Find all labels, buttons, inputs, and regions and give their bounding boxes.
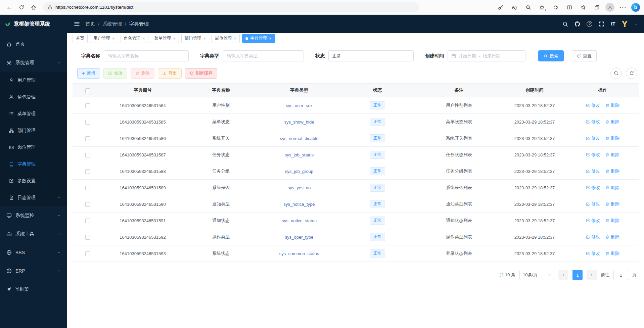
breadcrumb-home[interactable]: 首页 xyxy=(85,21,99,27)
row-edit-link[interactable]: 修改 xyxy=(586,135,600,141)
row-checkbox[interactable] xyxy=(85,169,90,174)
refresh-table-button[interactable] xyxy=(626,67,637,79)
sidebar-group-item[interactable]: 系统工具 xyxy=(0,225,67,243)
bing-chat-icon[interactable]: b xyxy=(631,3,640,12)
row-edit-link[interactable]: 修改 xyxy=(586,168,600,174)
collapse-menu-icon[interactable] xyxy=(74,21,80,27)
select-all-checkbox[interactable] xyxy=(85,88,90,93)
github-icon[interactable] xyxy=(574,21,580,27)
row-checkbox[interactable] xyxy=(85,136,90,141)
status-select[interactable]: 正常 xyxy=(328,50,414,61)
tab[interactable]: 用户管理 xyxy=(90,34,118,43)
row-delete-link[interactable]: 删除 xyxy=(605,102,619,108)
home-icon[interactable] xyxy=(28,2,39,13)
row-delete-link[interactable]: 删除 xyxy=(605,234,619,240)
dict-type-link[interactable]: sys_notice_status xyxy=(282,218,316,223)
dict-type-link[interactable]: sys_common_status xyxy=(279,251,319,256)
split-screen-icon[interactable] xyxy=(564,2,575,13)
sidebar-sub-item[interactable]: 岗位管理 xyxy=(0,139,67,156)
row-delete-link[interactable]: 删除 xyxy=(605,218,619,224)
zoom-icon[interactable] xyxy=(523,2,534,13)
row-checkbox[interactable] xyxy=(85,186,90,190)
address-bar[interactable]: https://ccnetcore.com:1101/system/dict xyxy=(43,2,419,12)
collections-icon[interactable] xyxy=(592,2,602,13)
delete-button[interactable]: 删除 xyxy=(131,68,154,79)
row-checkbox[interactable] xyxy=(85,103,90,108)
row-delete-link[interactable]: 删除 xyxy=(605,201,619,207)
sidebar-sub-item[interactable]: 角色管理 xyxy=(0,89,67,105)
export-button[interactable]: 导出 xyxy=(158,68,182,79)
row-delete-link[interactable]: 删除 xyxy=(605,185,619,191)
fullscreen-icon[interactable] xyxy=(599,21,604,27)
row-edit-link[interactable]: 修改 xyxy=(586,218,600,224)
add-favorite-icon[interactable]: + xyxy=(537,2,547,13)
help-icon[interactable] xyxy=(587,21,592,27)
browser-menu-icon[interactable] xyxy=(617,2,628,13)
password-key-icon[interactable] xyxy=(495,2,506,13)
edit-button[interactable]: 修改 xyxy=(103,68,127,79)
dict-type-link[interactable]: sys_job_status xyxy=(285,152,314,157)
sidebar-item-home[interactable]: 首页 xyxy=(0,35,67,53)
row-edit-link[interactable]: 修改 xyxy=(586,201,600,207)
user-logo[interactable]: Y xyxy=(622,19,628,28)
favorites-icon[interactable] xyxy=(578,2,589,13)
row-checkbox[interactable] xyxy=(85,251,90,256)
row-edit-link[interactable]: 修改 xyxy=(586,119,600,125)
next-page-button[interactable] xyxy=(587,270,597,280)
refresh-icon[interactable] xyxy=(16,2,27,13)
tab-close-icon[interactable] xyxy=(234,36,236,41)
row-checkbox[interactable] xyxy=(85,235,90,240)
dict-type-link[interactable]: sys_job_group xyxy=(285,169,314,174)
read-aloud-icon[interactable] xyxy=(509,2,520,13)
row-edit-link[interactable]: 修改 xyxy=(586,250,600,256)
row-edit-link[interactable]: 修改 xyxy=(586,185,600,191)
reset-button[interactable]: 重置 xyxy=(572,50,597,61)
row-checkbox[interactable] xyxy=(85,202,90,207)
tab-close-icon[interactable] xyxy=(143,36,145,41)
row-checkbox[interactable] xyxy=(85,120,90,125)
app-logo[interactable]: 意框架管理系统 xyxy=(0,15,67,33)
row-checkbox[interactable] xyxy=(85,153,90,157)
page-number-button[interactable]: 1 xyxy=(572,270,583,280)
refresh-cache-button[interactable]: 刷新缓存 xyxy=(185,68,217,79)
sidebar-sub-item[interactable]: 日志管理 xyxy=(0,189,67,206)
sidebar-sub-item[interactable]: 菜单管理 xyxy=(0,105,67,122)
goto-page-input[interactable] xyxy=(613,270,628,280)
sidebar-sub-item[interactable]: 部门管理 xyxy=(0,122,67,139)
tab-close-icon[interactable] xyxy=(112,36,115,41)
row-delete-link[interactable]: 删除 xyxy=(605,135,619,141)
sidebar-group-item[interactable]: 系统监控 xyxy=(0,206,67,225)
dict-type-link[interactable]: sys_notice_type xyxy=(283,202,315,207)
sidebar-sub-item[interactable]: 字典管理 xyxy=(0,156,67,173)
dict-type-link[interactable]: sys_oper_type xyxy=(285,235,314,240)
tab[interactable]: 字典管理 xyxy=(242,34,275,43)
row-delete-link[interactable]: 删除 xyxy=(605,152,619,158)
tab-close-icon[interactable] xyxy=(203,36,206,41)
tab[interactable]: 菜单管理 xyxy=(151,34,179,43)
sidebar-item-framework[interactable]: Yi框架 xyxy=(0,280,67,298)
date-range-picker[interactable]: 开始日期 - 结束日期 xyxy=(448,50,525,61)
profile-avatar[interactable] xyxy=(605,3,614,12)
tab[interactable]: 角色管理 xyxy=(121,34,149,43)
row-delete-link[interactable]: 删除 xyxy=(605,119,619,125)
dict-type-input[interactable] xyxy=(223,50,304,61)
toggle-search-button[interactable] xyxy=(610,67,622,79)
search-icon[interactable] xyxy=(562,21,568,27)
font-size-icon[interactable] xyxy=(611,21,615,27)
tab[interactable]: 首页 xyxy=(73,34,88,43)
sidebar-sub-item[interactable]: 用户管理 xyxy=(0,72,67,89)
tab-close-icon[interactable] xyxy=(269,36,272,41)
sidebar-group-item[interactable]: ERP xyxy=(0,262,67,280)
row-edit-link[interactable]: 修改 xyxy=(586,234,600,240)
row-checkbox[interactable] xyxy=(85,219,90,223)
sidebar-sub-item[interactable]: 参数设置 xyxy=(0,173,67,189)
tab[interactable]: 岗位管理 xyxy=(212,34,240,43)
row-edit-link[interactable]: 修改 xyxy=(586,102,600,108)
dict-type-link[interactable]: sys_normal_disable xyxy=(280,136,319,141)
dict-type-link[interactable]: sys_user_sex xyxy=(286,103,312,108)
chevron-down-icon[interactable] xyxy=(634,23,637,26)
sidebar-item-system[interactable]: 系统管理 xyxy=(0,53,67,72)
tab-close-icon[interactable] xyxy=(173,36,176,41)
row-edit-link[interactable]: 修改 xyxy=(586,152,600,158)
extensions-icon[interactable] xyxy=(550,2,561,13)
